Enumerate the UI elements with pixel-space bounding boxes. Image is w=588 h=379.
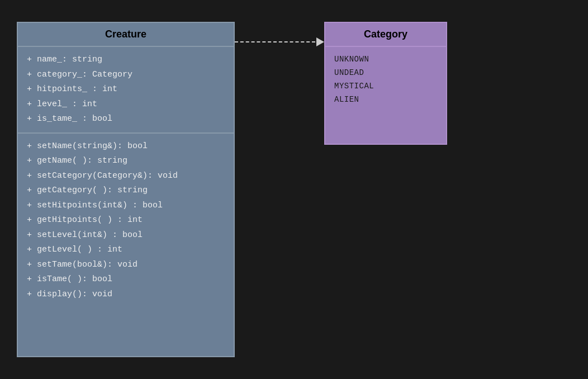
- diagram-container: Creature + name_: string+ category_: Cat…: [17, 22, 571, 357]
- method-item: + setLevel(int&) : bool: [27, 229, 225, 242]
- method-item: + setName(string&): bool: [27, 140, 225, 153]
- category-items-section: UNKNOWNUNDEADMYSTICALALIEN: [325, 47, 446, 112]
- creature-class-box: Creature + name_: string+ category_: Cat…: [17, 22, 235, 357]
- category-header: Category: [325, 23, 446, 47]
- dashed-arrow: [235, 37, 324, 46]
- attribute-item: + hitpoints_ : int: [27, 83, 225, 96]
- category-enum-item: UNKNOWN: [334, 55, 437, 64]
- method-item: + setCategory(Category&): void: [27, 170, 225, 183]
- method-item: + getCategory( ): string: [27, 184, 225, 197]
- creature-methods-section: + setName(string&): bool+ getName( ): st…: [18, 134, 234, 308]
- category-enum-item: ALIEN: [334, 95, 437, 104]
- arrow-head: [316, 37, 324, 46]
- method-item: + setHitpoints(int&) : bool: [27, 200, 225, 212]
- creature-header: Creature: [18, 23, 234, 47]
- attribute-item: + category_: Category: [27, 69, 225, 82]
- attribute-item: + is_tame_ : bool: [27, 113, 225, 126]
- method-item: + getName( ): string: [27, 155, 225, 168]
- category-enum-item: MYSTICAL: [334, 82, 437, 91]
- category-enum-item: UNDEAD: [334, 68, 437, 77]
- method-item: + isTame( ): bool: [27, 273, 225, 286]
- method-item: + display(): void: [27, 288, 225, 301]
- creature-title: Creature: [105, 29, 146, 40]
- attribute-item: + level_ : int: [27, 98, 225, 111]
- method-item: + getLevel( ) : int: [27, 244, 225, 257]
- dashed-line: [235, 41, 315, 42]
- arrow-container: [235, 22, 324, 46]
- category-class-box: Category UNKNOWNUNDEADMYSTICALALIEN: [324, 22, 447, 145]
- creature-attributes-section: + name_: string+ category_: Category+ hi…: [18, 47, 234, 134]
- attribute-item: + name_: string: [27, 54, 225, 67]
- method-item: + getHitpoints( ) : int: [27, 214, 225, 227]
- category-title: Category: [364, 29, 407, 40]
- method-item: + setTame(bool&): void: [27, 259, 225, 272]
